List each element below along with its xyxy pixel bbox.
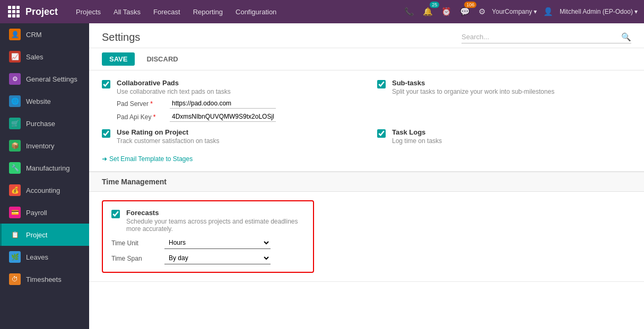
task-logs-checkbox[interactable] [377,129,386,138]
settings-content: Collaborative Pads Use collaborative ric… [89,70,644,329]
sidebar-item-website[interactable]: 🌐 Website [0,90,89,112]
manufacturing-icon: 🔧 [9,162,21,174]
user-button[interactable]: Mitchell Admin (EP-Odoo) ▾ [560,8,638,15]
time-span-select[interactable]: By day By week By month [164,252,271,264]
nav-right: 📞 🔔 25 ⏰ 💬 106 ⚙ YourCompany ▾ 👤 Mitchel… [402,5,638,19]
time-unit-select[interactable]: Hours Days [164,237,271,249]
project-icon: 📋 [9,229,21,241]
search-bar: 🔍 [462,31,631,43]
pad-api-row: Pad Api Key [117,112,276,122]
email-template-link[interactable]: ➜ Set Email Template to Stages [102,155,193,163]
content-area: Settings 🔍 SAVE DISCARD [89,23,644,329]
company-button[interactable]: YourCompany ▾ [492,8,537,15]
sidebar-item-inventory[interactable]: 📦 Inventory [0,135,89,157]
timer-icon: ⏰ [439,5,454,19]
sidebar-label-sales: Sales [26,53,43,61]
forecasts-checkbox[interactable] [111,210,120,218]
sidebar-label-payroll: Payroll [26,209,47,217]
collab-pads-label: Collaborative Pads [117,79,276,87]
row-collab-subtasks: Collaborative Pads Use collaborative ric… [102,79,631,122]
sidebar-item-project[interactable]: 📋 Project [0,224,89,246]
sidebar-item-manufacturing[interactable]: 🔧 Manufacturing [0,157,89,179]
subtasks-info: Sub-tasks Split your tasks to organize y… [392,79,554,95]
collab-pads-info: Collaborative Pads Use collaborative ric… [117,79,276,122]
notification-bell[interactable]: 🔔 25 [421,5,435,19]
user-avatar-icon[interactable]: 👤 [541,5,555,19]
sales-icon: 📈 [9,51,21,63]
inventory-icon: 📦 [9,140,21,152]
general-icon: ⚙ [9,73,21,85]
sidebar-item-accounting[interactable]: 💰 Accounting [0,179,89,201]
save-button[interactable]: SAVE [102,52,135,66]
use-rating-desc: Track customer satisfaction on tasks [117,137,220,145]
nav-configuration[interactable]: Configuration [230,6,282,18]
accounting-icon: 💰 [9,184,21,196]
sidebar-label-timesheets: Timesheets [26,275,62,283]
subtasks-checkbox-wrap [377,80,386,90]
sidebar-label-leaves: Leaves [26,253,48,261]
sidebar-label-website: Website [26,97,51,105]
nav-projects[interactable]: Projects [71,6,106,18]
task-logs-desc: Log time on tasks [392,137,442,145]
use-rating-checkbox[interactable] [102,129,110,138]
task-logs-info: Task Logs Log time on tasks [392,128,442,145]
search-input[interactable] [462,31,621,43]
pad-server-input[interactable] [170,99,276,109]
time-unit-row: Time Unit Hours Days [111,237,304,249]
sidebar-label-general: General Settings [26,75,77,83]
use-rating-checkbox-wrap [102,129,110,139]
subtasks-checkbox[interactable] [377,80,386,88]
forecasts-box: Forecasts Schedule your teams across pro… [102,200,314,273]
sidebar-label-crm: CRM [26,31,42,39]
payroll-icon: 💳 [9,207,21,218]
time-unit-label: Time Unit [111,239,159,247]
leaves-icon: 🌿 [9,251,21,263]
timer-icon-wrap[interactable]: ⏰ [439,5,454,19]
settings-header: Settings 🔍 [89,23,644,48]
time-management-heading: Time Management [89,172,644,192]
subtasks-label: Sub-tasks [392,79,554,87]
app-title: Project [25,6,58,17]
task-logs-label: Task Logs [392,128,442,136]
pad-server-row: Pad Server [117,99,276,109]
pad-api-key-label: Pad Api Key [117,113,164,121]
forecasts-desc: Schedule your teams across projects and … [126,218,304,233]
purchase-icon: 🛒 [9,118,21,129]
sidebar-item-payroll[interactable]: 💳 Payroll [0,201,89,224]
action-bar: SAVE DISCARD [89,48,644,70]
pad-server-label: Pad Server [117,100,164,108]
collab-pads-desc: Use collaborative rich text pads on task… [117,88,276,95]
sidebar-item-leaves[interactable]: 🌿 Leaves [0,246,89,268]
arrow-right-icon: ➜ [102,155,107,163]
sidebar-item-timesheets[interactable]: ⏱ Timesheets [0,268,89,290]
time-span-row: Time Span By day By week By month [111,252,304,264]
nav-reporting[interactable]: Reporting [188,6,228,18]
task-logs-checkbox-wrap [377,129,386,139]
website-icon: 🌐 [9,95,21,107]
sidebar: 👤 CRM 📈 Sales ⚙ General Settings 🌐 Websi… [0,23,89,329]
pad-api-key-input[interactable] [170,112,276,122]
settings-icon[interactable]: ⚙ [476,5,488,19]
sidebar-item-sales[interactable]: 📈 Sales [0,46,89,68]
chevron-down-icon: ▾ [534,8,537,15]
app-grid-button[interactable] [6,4,21,19]
phone-icon[interactable]: 📞 [402,5,416,19]
sidebar-item-purchase[interactable]: 🛒 Purchase [0,112,89,135]
subtasks-desc: Split your tasks to organize your work i… [392,88,554,95]
forecasts-info: Forecasts Schedule your teams across pro… [126,209,304,233]
nav-forecast[interactable]: Forecast [148,6,186,18]
sidebar-label-purchase: Purchase [26,120,55,128]
nav-all-tasks[interactable]: All Tasks [108,6,146,18]
timesheets-icon: ⏱ [9,273,21,285]
page-title: Settings [102,31,140,43]
search-icon[interactable]: 🔍 [621,32,631,42]
discard-button[interactable]: DISCARD [139,52,185,66]
sidebar-item-crm[interactable]: 👤 CRM [0,23,89,46]
collab-pads-setting: Collaborative Pads Use collaborative ric… [102,79,356,122]
sidebar-item-general[interactable]: ⚙ General Settings [0,68,89,90]
chat-icon-wrap[interactable]: 💬 106 [458,5,472,19]
use-rating-setting: Use Rating on Project Track customer sat… [102,128,356,145]
collab-pads-checkbox[interactable] [102,80,110,88]
tasks-section: Collaborative Pads Use collaborative ric… [89,70,644,172]
chat-badge: 106 [464,2,476,8]
